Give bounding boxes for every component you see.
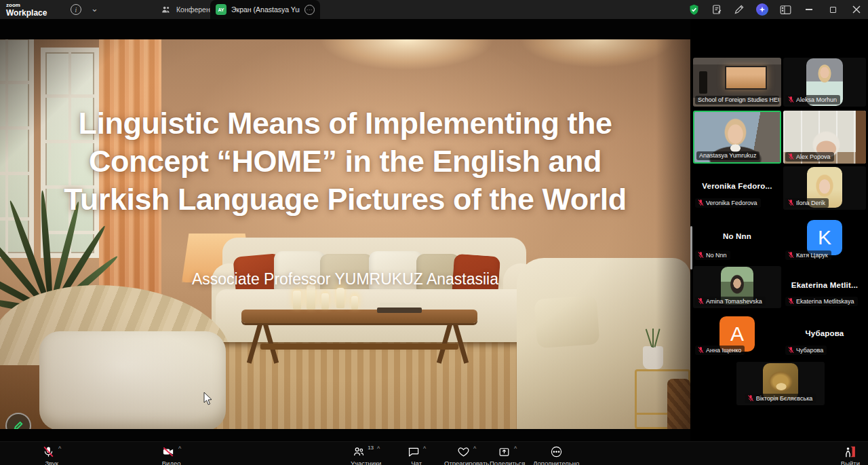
participant-tile-school[interactable]: School of Foreign Studies HEU	[693, 58, 781, 107]
video-options-chevron[interactable]: ^	[178, 446, 181, 452]
sparkle-icon	[760, 7, 766, 13]
annotate-pencil-icon	[12, 420, 24, 429]
tab-screen-share[interactable]: AY Экран (Anastasya Yumrukuz) ···	[210, 0, 320, 19]
muted-mic-icon	[698, 251, 704, 259]
muted-mic-icon	[698, 346, 704, 354]
slide-title-line1: Linguistic Means of Implementing the	[0, 105, 690, 143]
slide-basket	[667, 379, 690, 429]
heart-react-icon	[457, 445, 470, 458]
slide-floor-pillow	[39, 331, 226, 429]
muted-mic-icon	[788, 199, 794, 206]
minimize-icon	[806, 9, 812, 10]
participant-name: Вікторія Бєляєвська	[756, 395, 813, 402]
whiteboard-pencil-icon[interactable]	[734, 4, 745, 15]
participant-display-name: Ekaterina Metlit...	[783, 281, 866, 289]
info-icon[interactable]: i	[71, 4, 81, 15]
audio-button[interactable]: ^ Звук	[42, 445, 61, 465]
shield-encryption-icon[interactable]	[688, 4, 700, 16]
participant-display-name: No Nnn	[693, 232, 781, 240]
participant-tile-no-nnn[interactable]: No Nnn No Nnn	[693, 216, 781, 262]
meeting-toolbar: ^ Звук ^ Видео 13 ^	[0, 441, 868, 465]
participant-display-name: Чубарова	[783, 329, 866, 337]
titlebar-right-controls	[688, 0, 863, 19]
participant-tile-anna[interactable]: A Анна Іщенко	[693, 314, 781, 357]
panel-scrollbar[interactable]	[690, 226, 692, 269]
maximize-button[interactable]	[827, 3, 839, 16]
participant-name: School of Foreign Studies HEU	[698, 96, 779, 103]
leave-door-icon	[844, 445, 857, 458]
participant-name: Alex Popova	[796, 153, 831, 160]
tab-options-icon[interactable]: ···	[304, 5, 315, 15]
participant-name: Анна Іщенко	[706, 347, 741, 354]
shared-screen-view: Linguistic Means of Implementing the Con…	[0, 39, 690, 429]
participant-name: Veronika Fedorova	[706, 200, 757, 206]
slide-title-line2: Concept “HOME” in the English and	[0, 143, 690, 181]
react-button[interactable]: ^ Отреагировать	[444, 445, 489, 465]
participant-tile-aleksa[interactable]: Aleksa Morhun	[783, 58, 866, 107]
participants-button[interactable]: 13 ^ Участники	[351, 445, 381, 465]
participant-display-name: Veronika Fedoro...	[693, 182, 781, 190]
participant-tile-ekaterina[interactable]: Ekaterina Metlit... Ekaterina Metlitskay…	[783, 266, 866, 308]
maximize-icon	[830, 7, 836, 13]
video-button[interactable]: ^ Видео	[161, 445, 181, 465]
zoom-meeting-window: zoom Workplace i ⌄ Конференция AY Экран …	[0, 0, 868, 465]
participant-name: Ekaterina Metlitskaya	[796, 298, 854, 305]
chat-options-chevron[interactable]: ^	[423, 446, 426, 452]
mic-muted-icon	[42, 445, 55, 458]
close-icon	[852, 5, 861, 14]
share-options-chevron[interactable]: ^	[514, 446, 517, 452]
muted-mic-icon	[788, 346, 794, 354]
slide-candle	[293, 291, 301, 310]
participant-name: Anastasya Yumrukuz	[699, 152, 756, 159]
muted-mic-icon	[788, 96, 794, 103]
slide-plant-pot	[643, 346, 663, 369]
slide-title: Linguistic Means of Implementing the Con…	[0, 105, 690, 219]
slide-subtitle: Associate Professor YUMRUKUZ Anastasiia	[0, 270, 690, 289]
participant-tile-popova[interactable]: Alex Popova	[783, 111, 866, 164]
chat-icon	[407, 445, 420, 458]
muted-mic-icon	[698, 199, 704, 206]
slide-title-line3: Turkish Language Pictures of the World	[0, 181, 690, 219]
share-screen-button[interactable]: ^ Поделиться	[490, 445, 525, 465]
muted-mic-icon	[748, 394, 754, 402]
participant-name: Катя Царук	[796, 252, 828, 259]
participant-tile-veronika[interactable]: Veronika Fedoro... Veronika Fedorova	[693, 166, 781, 210]
notes-icon[interactable]	[711, 4, 722, 15]
chat-button[interactable]: ^ Чат	[407, 445, 426, 465]
participant-name: No Nnn	[706, 252, 727, 259]
participant-name: Aleksa Morhun	[796, 96, 837, 103]
muted-mic-icon	[788, 153, 794, 160]
audio-options-chevron[interactable]: ^	[58, 446, 61, 452]
participant-tile-anastasya-active-speaker[interactable]: Anastasya Yumrukuz	[693, 111, 781, 164]
participant-tile-amina[interactable]: Amina Tomashevska	[693, 266, 781, 308]
participant-tile-katya[interactable]: K Катя Царук	[783, 216, 866, 262]
more-button[interactable]: Дополнительно	[533, 445, 579, 465]
layout-icon[interactable]	[780, 5, 791, 15]
participant-tile-viktoriia[interactable]: Вікторія Бєляєвська	[736, 362, 825, 405]
leave-meeting-button[interactable]: Выйти	[841, 445, 860, 465]
more-ellipsis-icon	[550, 445, 563, 458]
participant-tile-ilona[interactable]: Ilona Derik	[783, 166, 866, 210]
participants-panel: School of Foreign Studies HEU Aleksa Mor…	[690, 19, 868, 441]
title-bar: zoom Workplace i ⌄ Конференция AY Экран …	[0, 0, 868, 19]
participants-icon	[352, 445, 366, 458]
meeting-content: Linguistic Means of Implementing the Con…	[0, 19, 868, 441]
react-options-chevron[interactable]: ^	[473, 446, 476, 452]
camera-muted-icon	[161, 445, 175, 458]
participants-options-chevron[interactable]: ^	[377, 446, 380, 452]
brand-zoom: zoom	[6, 3, 47, 8]
participant-name: Ilona Derik	[796, 200, 825, 206]
muted-mic-icon	[788, 251, 794, 259]
ai-companion-icon[interactable]	[756, 3, 768, 16]
screen-share-avatar: AY	[216, 4, 226, 15]
close-button[interactable]	[850, 3, 863, 16]
participant-name: Чубарова	[796, 347, 823, 354]
minimize-button[interactable]	[803, 3, 815, 16]
zoom-workplace-logo: zoom Workplace	[6, 3, 47, 17]
chevron-down-icon[interactable]: ⌄	[91, 3, 98, 14]
tab-screen-label: Экран (Anastasya Yumrukuz)	[231, 5, 300, 14]
muted-mic-icon	[788, 297, 794, 305]
mouse-cursor	[203, 392, 213, 406]
participants-count-badge: 13	[368, 445, 374, 451]
participant-tile-chubarova[interactable]: Чубарова Чубарова	[783, 314, 866, 357]
